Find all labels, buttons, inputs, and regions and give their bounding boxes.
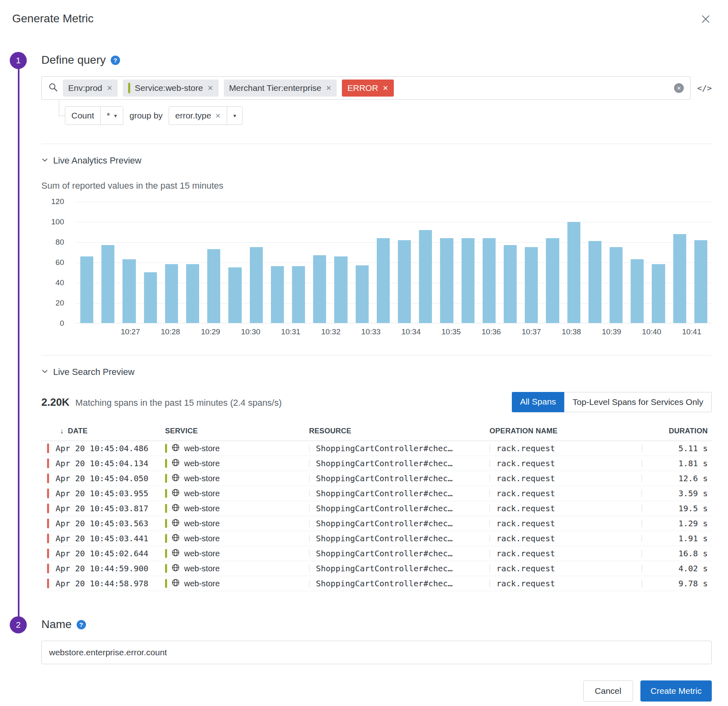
chart-bar — [694, 240, 707, 323]
filter-pill-label: Merchant Tier:enterprise — [229, 83, 322, 93]
globe-icon — [172, 519, 180, 529]
column-header-resource[interactable]: RESOURCE — [309, 423, 490, 441]
span-date: Apr 20 10:44:58.978 — [56, 579, 148, 588]
column-header-date[interactable]: ↓ DATE — [41, 423, 165, 441]
table-row[interactable]: Apr 20 10:45:04.134 web-store ShoppingCa… — [41, 456, 712, 471]
column-header-duration[interactable]: DURATION — [642, 423, 712, 441]
chart-bar — [567, 222, 580, 323]
table-row[interactable]: Apr 20 10:44:58.978 web-store ShoppingCa… — [41, 576, 712, 591]
table-row[interactable]: Apr 20 10:45:04.486 web-store ShoppingCa… — [41, 441, 712, 456]
help-icon[interactable]: ? — [111, 56, 120, 65]
group-by-value[interactable]: error.type ✕ — [169, 107, 227, 125]
aggregation-param-select[interactable]: * ▾ — [100, 107, 123, 125]
globe-icon — [172, 458, 180, 469]
help-icon[interactable]: ? — [77, 620, 86, 629]
service-color-bar — [165, 549, 167, 558]
filter-pill[interactable]: ERROR ✕ — [342, 80, 393, 97]
remove-filter-icon[interactable]: ✕ — [207, 85, 213, 92]
clear-search-icon[interactable]: ✕ — [674, 83, 684, 93]
table-row[interactable]: Apr 20 10:45:04.050 web-store ShoppingCa… — [41, 471, 712, 486]
live-analytics-toggle[interactable]: Live Analytics Preview — [41, 155, 142, 166]
globe-icon — [172, 443, 180, 454]
define-query-heading: Define query — [41, 54, 106, 67]
chart-bar — [101, 245, 114, 323]
x-tick-label: 10:39 — [591, 327, 631, 336]
table-row[interactable]: Apr 20 10:45:03.955 web-store ShoppingCa… — [41, 486, 712, 501]
match-count: 2.20K — [41, 396, 69, 408]
code-view-icon[interactable]: </> — [697, 83, 712, 93]
chart-bar — [313, 255, 326, 323]
service-color-bar — [165, 564, 167, 573]
top-level-spans-button[interactable]: Top-Level Spans for Services Only — [564, 392, 712, 412]
error-status-bar — [47, 534, 49, 543]
column-header-service[interactable]: SERVICE — [165, 423, 309, 441]
chart-bar — [610, 247, 623, 323]
table-row[interactable]: Apr 20 10:45:03.817 web-store ShoppingCa… — [41, 501, 712, 516]
span-date: Apr 20 10:45:04.134 — [56, 458, 148, 468]
x-tick-label: 10:33 — [351, 327, 391, 336]
span-duration: 1.29 s — [649, 519, 712, 528]
span-date: Apr 20 10:44:59.900 — [56, 564, 148, 573]
remove-filter-icon[interactable]: ✕ — [107, 85, 112, 92]
filter-pill[interactable]: Env:prod ✕ — [63, 80, 118, 97]
generate-metric-dialog: Generate Metric 1 Define query ? Env:pro… — [0, 0, 728, 706]
span-service: web-store — [184, 519, 220, 528]
x-tick-label: 10:31 — [271, 327, 311, 336]
span-duration: 12.6 s — [649, 474, 712, 483]
cancel-button[interactable]: Cancel — [583, 680, 633, 702]
span-duration: 3.59 s — [649, 489, 712, 498]
remove-filter-icon[interactable]: ✕ — [382, 85, 388, 92]
remove-group-by-icon[interactable]: ✕ — [215, 112, 221, 120]
dialog-footer: Cancel Create Metric — [41, 680, 712, 702]
table-row[interactable]: Apr 20 10:44:59.900 web-store ShoppingCa… — [41, 561, 712, 576]
chart-bar — [440, 238, 453, 323]
dialog-header: Generate Metric — [0, 0, 728, 28]
globe-icon — [172, 474, 180, 484]
remove-filter-icon[interactable]: ✕ — [326, 85, 331, 92]
table-row[interactable]: Apr 20 10:45:03.563 web-store ShoppingCa… — [41, 516, 712, 531]
chart-subtitle: Sum of reported values in the past 15 mi… — [41, 181, 712, 191]
filter-pill-label: ERROR — [347, 83, 378, 93]
service-color-bar — [128, 83, 130, 93]
group-by-dropdown[interactable]: ▾ — [227, 107, 242, 125]
error-status-bar — [47, 504, 49, 513]
span-duration: 16.8 s — [649, 549, 712, 558]
span-date: Apr 20 10:45:03.563 — [56, 519, 148, 528]
span-resource: ShoppingCartController#chec… — [316, 458, 453, 468]
define-query-section: 1 Define query ? Env:prod ✕ Service:web-… — [41, 54, 712, 125]
column-header-operation[interactable]: OPERATION NAME — [490, 423, 642, 441]
span-date: Apr 20 10:45:04.486 — [56, 443, 148, 453]
chart-bar — [588, 241, 601, 323]
span-operation: rack.request — [496, 443, 555, 453]
x-tick-label: 10:38 — [551, 327, 591, 336]
aggregation-function[interactable]: Count — [65, 107, 100, 125]
span-service: web-store — [184, 474, 220, 483]
service-color-bar — [165, 519, 167, 528]
table-row[interactable]: Apr 20 10:45:02.644 web-store ShoppingCa… — [41, 546, 712, 561]
all-spans-button[interactable]: All Spans — [512, 392, 564, 412]
span-date: Apr 20 10:45:04.050 — [56, 474, 148, 483]
query-search-bar[interactable]: Env:prod ✕ Service:web-store ✕ Merchant … — [41, 76, 691, 100]
error-status-bar — [47, 549, 49, 558]
chart-bar — [334, 256, 347, 323]
filter-pill[interactable]: Merchant Tier:enterprise ✕ — [224, 80, 337, 97]
metric-name-input[interactable] — [41, 641, 712, 664]
table-row[interactable]: Apr 20 10:45:03.441 web-store ShoppingCa… — [41, 531, 712, 546]
live-search-toggle[interactable]: Live Search Preview — [41, 367, 135, 377]
span-operation: rack.request — [496, 549, 555, 558]
span-service: web-store — [184, 579, 220, 588]
span-operation: rack.request — [496, 534, 555, 543]
close-icon[interactable] — [699, 12, 713, 28]
filter-pill-label: Env:prod — [68, 83, 102, 93]
create-metric-button[interactable]: Create Metric — [640, 680, 712, 702]
span-operation: rack.request — [496, 564, 555, 573]
chevron-down-icon: ▾ — [114, 112, 117, 119]
match-summary: 2.20K Matching spans in the past 15 minu… — [41, 396, 282, 409]
span-service: web-store — [184, 459, 220, 468]
span-resource: ShoppingCartController#chec… — [316, 519, 453, 528]
group-by-label: group by — [129, 111, 163, 121]
chart-bar — [546, 238, 559, 323]
chart-bar — [525, 247, 538, 323]
filter-pill[interactable]: Service:web-store ✕ — [123, 80, 218, 97]
chart-bar — [631, 259, 644, 323]
